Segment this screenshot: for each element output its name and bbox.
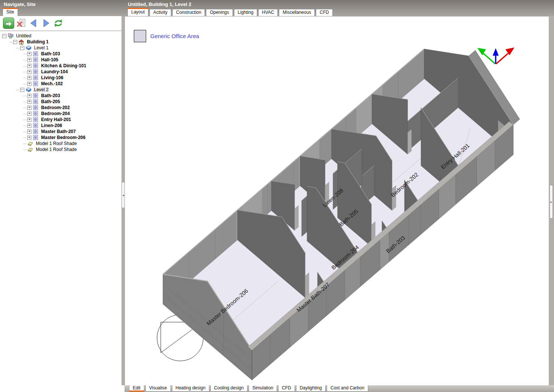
tree-item-mech-102[interactable]: +Mech.-102 bbox=[0, 81, 121, 87]
zone-icon bbox=[33, 105, 39, 111]
tab-construction[interactable]: Construction bbox=[172, 9, 205, 16]
door-jamb-face bbox=[407, 129, 412, 154]
expand-toggle-plus[interactable]: + bbox=[27, 100, 31, 104]
building-3d-view[interactable]: Master Bedroom-206Master Bath-207Bedroom… bbox=[125, 16, 549, 386]
tree-item-entry-hall-201[interactable]: +Entry Hall-201 bbox=[0, 117, 121, 123]
expand-toggle-plus[interactable]: + bbox=[27, 70, 31, 74]
expand-toggle-plus[interactable]: + bbox=[27, 136, 31, 140]
tree-connector bbox=[24, 143, 27, 144]
expand-toggle-plus[interactable]: + bbox=[27, 112, 31, 116]
legend-label: Generic Office Area bbox=[150, 33, 199, 39]
tab-cfd[interactable]: CFD bbox=[316, 9, 333, 16]
screen-tab-cost-and-carbon[interactable]: Cost and Carbon bbox=[327, 385, 368, 392]
tree-item-label: Model 1 Roof Shade bbox=[35, 147, 77, 152]
page-title: Untitled, Building 1, Level 2 bbox=[128, 1, 191, 7]
expand-toggle-plus[interactable]: + bbox=[27, 64, 31, 68]
expand-toggle-plus[interactable]: + bbox=[27, 130, 31, 134]
edit-screen-canvas[interactable]: Generic Office Area Master Bedroom-206Ma… bbox=[124, 16, 549, 385]
door-jamb-face bbox=[305, 272, 309, 297]
tree-item-label: Untitled bbox=[15, 33, 32, 38]
tree-item-untitled[interactable]: −Untitled bbox=[0, 33, 121, 39]
forward-icon[interactable] bbox=[41, 18, 51, 28]
tree-item-label: Building 1 bbox=[26, 39, 49, 44]
zone-icon bbox=[33, 99, 39, 105]
zone-icon bbox=[33, 81, 39, 87]
tree-item-kitchen-dining-101[interactable]: +Kitchen & Dining-101 bbox=[0, 63, 121, 69]
tree-item-bedroom-204[interactable]: +Bedroom-204 bbox=[0, 111, 121, 117]
right-splitter-collapse-handle[interactable]: ▸ bbox=[550, 185, 553, 219]
screen-tab-cfd[interactable]: CFD bbox=[278, 385, 295, 392]
back-icon[interactable] bbox=[28, 18, 39, 28]
tree-item-bath-205[interactable]: +Bath-205 bbox=[0, 99, 121, 105]
tree-item-label: Level 1 bbox=[33, 45, 49, 50]
tree-connector bbox=[24, 60, 27, 60]
tree-item-hall-105[interactable]: +Hall-105 bbox=[0, 57, 121, 63]
screen-tabstrip: EditVisualiseHeating designCooling desig… bbox=[124, 385, 554, 392]
expand-toggle-minus[interactable]: − bbox=[13, 40, 17, 44]
tree-item-master-bath-207[interactable]: +Master Bath-207 bbox=[0, 129, 121, 135]
screen-tab-daylighting[interactable]: Daylighting bbox=[296, 385, 326, 392]
clear-list-icon[interactable] bbox=[16, 18, 27, 28]
tab-hvac[interactable]: HVAC bbox=[258, 9, 278, 16]
refresh-icon[interactable] bbox=[53, 18, 64, 28]
right-splitter[interactable]: ▸ bbox=[549, 16, 554, 392]
tree-item-bath-103[interactable]: +Bath-103 bbox=[0, 51, 121, 57]
expand-toggle-minus[interactable]: − bbox=[20, 46, 24, 50]
level-icon bbox=[25, 45, 32, 51]
tree-item-linen-208[interactable]: +Linen-208 bbox=[0, 123, 121, 129]
tree-connector bbox=[24, 149, 27, 150]
tree-item-bath-203[interactable]: +Bath-203 bbox=[0, 93, 121, 99]
tab-lighting[interactable]: Lighting bbox=[234, 9, 257, 16]
navigate-go-icon[interactable] bbox=[3, 18, 14, 29]
screen-tab-visualise[interactable]: Visualise bbox=[145, 385, 171, 392]
tab-layout[interactable]: Layout bbox=[127, 8, 148, 16]
tree-item-bedroom-202[interactable]: +Bedroom-202 bbox=[0, 105, 121, 111]
tab-miscellaneous[interactable]: Miscellaneous bbox=[279, 9, 315, 16]
tree-item-model-1-roof-shade[interactable]: Model 1 Roof Shade bbox=[0, 141, 121, 146]
tree-connector bbox=[24, 126, 27, 126]
navigator-panel-title: Navigate, Site bbox=[4, 1, 36, 7]
expand-toggle-plus[interactable]: + bbox=[27, 82, 31, 86]
axis-arrow-blue-head bbox=[493, 48, 499, 56]
site-tree: −Untitled−Building 1−Level 1+Bath-103+Ha… bbox=[0, 31, 121, 152]
expand-toggle-minus[interactable]: − bbox=[20, 88, 24, 92]
expand-toggle-plus[interactable]: + bbox=[27, 76, 31, 80]
tree-item-living-106[interactable]: +Living-106 bbox=[0, 75, 121, 81]
screen-tab-simulation[interactable]: Simulation bbox=[249, 385, 277, 392]
tab-activity[interactable]: Activity bbox=[150, 9, 171, 16]
tree-item-building-1[interactable]: −Building 1 bbox=[0, 39, 121, 45]
tree-connector bbox=[24, 54, 27, 54]
zone-icon bbox=[33, 51, 39, 57]
screen-tab-heating-design[interactable]: Heating design bbox=[172, 385, 209, 392]
tab-site[interactable]: Site bbox=[3, 8, 18, 16]
application-window: Navigate, Site Untitled, Building 1, Lev… bbox=[0, 0, 554, 392]
tree-item-level-1[interactable]: −Level 1 bbox=[0, 45, 121, 51]
tree-item-master-bedroom-206[interactable]: +Master Bedroom-206 bbox=[0, 135, 121, 141]
tab-openings[interactable]: Openings bbox=[206, 9, 233, 16]
screen-tab-cooling-design[interactable]: Cooling design bbox=[210, 385, 247, 392]
expand-toggle-minus[interactable]: − bbox=[2, 34, 6, 38]
zone-icon bbox=[33, 57, 39, 63]
roofshade-icon bbox=[27, 146, 34, 152]
expand-toggle-plus[interactable]: + bbox=[27, 94, 31, 98]
tree-connector bbox=[24, 66, 27, 66]
activity-legend: Generic Office Area bbox=[134, 30, 199, 42]
expand-toggle-plus[interactable]: + bbox=[27, 58, 31, 62]
tree-connector bbox=[16, 48, 19, 48]
navigator-panel: −Untitled−Building 1−Level 1+Bath-103+Ha… bbox=[0, 16, 121, 392]
tree-item-label: Bath-205 bbox=[40, 99, 61, 104]
expand-toggle-plus[interactable]: + bbox=[27, 52, 31, 56]
tree-item-label: Entry Hall-201 bbox=[40, 117, 72, 122]
screen-tab-edit[interactable]: Edit bbox=[129, 385, 144, 392]
tree-item-laundry-104[interactable]: +Laundry-104 bbox=[0, 69, 121, 75]
tree-connector bbox=[9, 42, 12, 42]
tree-connector bbox=[24, 132, 27, 132]
expand-toggle-plus[interactable]: + bbox=[27, 118, 31, 122]
expand-toggle-plus[interactable]: + bbox=[27, 124, 31, 128]
tree-item-level-2[interactable]: −Level 2 bbox=[0, 87, 121, 93]
tree-item-model-1-roof-shade[interactable]: Model 1 Roof Shade bbox=[0, 146, 121, 152]
expand-toggle-plus[interactable]: + bbox=[27, 106, 31, 110]
tree-item-label: Bedroom-202 bbox=[40, 105, 71, 110]
zone-icon bbox=[33, 75, 39, 81]
left-splitter[interactable]: ◂ bbox=[121, 16, 124, 385]
